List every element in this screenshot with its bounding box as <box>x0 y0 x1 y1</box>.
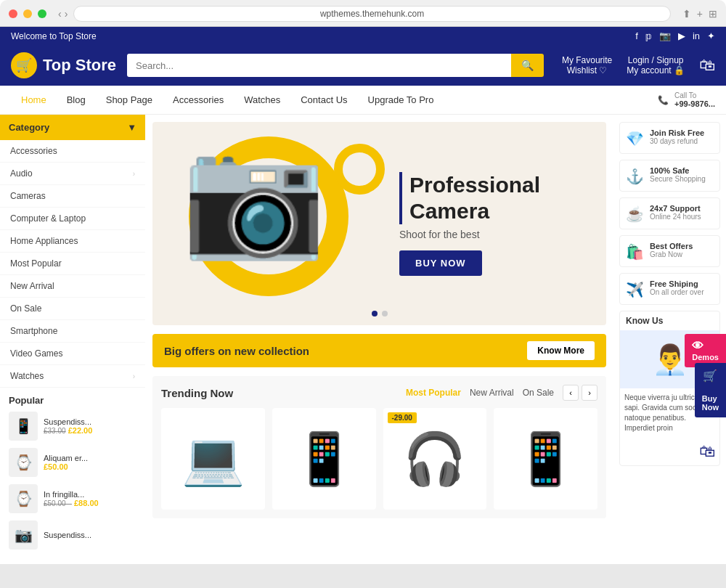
category-item[interactable]: Video Games <box>0 343 145 365</box>
top-bar: Welcome to Top Store f 𝕡 📷 ▶ in ✦ <box>0 27 726 45</box>
category-item[interactable]: New Arrival <box>0 275 145 298</box>
popular-item[interactable]: 📱 Suspendiss... £33.00 £22.00 <box>9 412 136 441</box>
search-button[interactable]: 🔍 <box>511 54 544 77</box>
search-input[interactable] <box>127 54 511 77</box>
popular-item-name: In fringilla... <box>44 490 99 499</box>
tl-green <box>38 9 46 18</box>
popular-item-info: Aliquam er... £50.00 <box>44 454 88 471</box>
category-toggle-icon: ▼ <box>127 122 136 133</box>
category-item[interactable]: Audio› <box>0 163 145 185</box>
trend-next-button[interactable]: › <box>582 385 597 401</box>
category-item[interactable]: Computer & Laptop <box>0 208 145 230</box>
category-item[interactable]: Smartphone <box>0 320 145 343</box>
side-widget: ☕ 24x7 Support Online 24 hours <box>619 197 720 229</box>
trend-prev-button[interactable]: ‹ <box>563 385 579 401</box>
category-item[interactable]: Watches› <box>0 365 145 388</box>
category-list: AccessoriesAudio›CamerasComputer & Lapto… <box>0 140 145 388</box>
nav-links: Home Blog Shop Page Accessories Watches … <box>11 86 444 114</box>
search-bar: 🔍 <box>127 54 544 77</box>
popular-item-name: Aliquam er... <box>44 454 88 462</box>
dot-1[interactable] <box>372 311 378 317</box>
navigation: Home Blog Shop Page Accessories Watches … <box>0 86 726 115</box>
product-card[interactable]: 📱 <box>494 408 597 510</box>
side-widget-title: 100% Safe <box>650 166 706 175</box>
category-item[interactable]: Most Popular <box>0 253 145 275</box>
favourite-label: My Favourite <box>562 55 612 65</box>
side-widget: 💎 Join Risk Free 30 days refund <box>619 122 720 154</box>
content-area: 📷 Professional Camera Shoot for the best… <box>145 115 613 564</box>
banner: Big offers on new collection Know More <box>152 334 606 367</box>
category-item[interactable]: On Sale <box>0 298 145 320</box>
header: 🛒 Top Store 🔍 My Favourite Wishlist ♡ Lo… <box>0 45 726 86</box>
side-widget-icon: ⚓ <box>626 168 644 185</box>
side-widget: 🛍️ Best Offers Grab Now <box>619 235 720 267</box>
back-button[interactable]: ‹ <box>58 8 62 20</box>
popular-item-info: Suspendiss... <box>44 531 91 539</box>
popular-item[interactable]: ⌚ Aliquam er... £50.00 <box>9 448 136 477</box>
pinterest-icon[interactable]: 𝕡 <box>645 30 652 41</box>
nav-home[interactable]: Home <box>11 86 57 114</box>
welcome-text: Welcome to Top Store <box>11 31 97 41</box>
product-card[interactable]: 📱 <box>272 408 376 510</box>
product-card[interactable]: -29.00 🎧 <box>383 408 487 510</box>
right-widgets: 💎 Join Risk Free 30 days refund ⚓ 100% S… <box>619 122 720 305</box>
star-icon[interactable]: ✦ <box>707 30 715 41</box>
nav-upgrade[interactable]: Upgrade To Pro <box>358 86 444 114</box>
trending-title: Trending Now <box>161 387 233 399</box>
browser-actions: ⬆+⊞ <box>682 8 717 20</box>
popular-item[interactable]: 📷 Suspendiss... <box>9 520 136 550</box>
know-us-bag-icon[interactable]: 🛍 <box>699 442 715 460</box>
hero-camera-image: 📷 <box>182 129 327 266</box>
popular-item-old-price: £50.00 – <box>44 499 72 507</box>
category-item[interactable]: Home Appliances <box>0 230 145 253</box>
nav-shop-page[interactable]: Shop Page <box>96 86 163 114</box>
category-header[interactable]: Category ▼ <box>0 115 145 140</box>
know-us-title: Know Us <box>620 311 719 330</box>
category-item[interactable]: Cameras <box>0 185 145 208</box>
tl-red <box>9 9 17 18</box>
youtube-icon[interactable]: ▶ <box>678 30 685 41</box>
dot-2[interactable] <box>382 311 388 317</box>
hero-buy-button[interactable]: BUY NOW <box>399 250 482 276</box>
tab-most-popular[interactable]: Most Popular <box>406 388 461 398</box>
cart-button[interactable]: 🛍 <box>699 56 715 75</box>
product-card[interactable]: 💻 <box>161 408 265 510</box>
product-image: 💻 <box>182 429 245 489</box>
side-widget: ✈️ Free Shiping On all order over <box>619 273 720 305</box>
popular-item-image: 📱 <box>9 412 38 441</box>
nav-blog[interactable]: Blog <box>57 86 96 114</box>
facebook-icon[interactable]: f <box>635 30 638 41</box>
side-widget-subtitle: On all order over <box>650 288 703 296</box>
popular-item-sale-price: £88.00 <box>74 499 99 507</box>
popular-list: 📱 Suspendiss... £33.00 £22.00 ⌚ Aliquam … <box>9 412 136 550</box>
popular-section: Popular 📱 Suspendiss... £33.00 £22.00 ⌚ … <box>0 388 145 550</box>
side-widget-icon: 💎 <box>626 130 644 147</box>
logo-icon: 🛒 <box>11 52 37 78</box>
side-widget-title: Free Shiping <box>650 279 703 288</box>
nav-watches[interactable]: Watches <box>234 86 290 114</box>
know-more-button[interactable]: Know More <box>527 341 595 360</box>
social-links: f 𝕡 📷 ▶ in ✦ <box>635 30 715 41</box>
tab-on-sale[interactable]: On Sale <box>523 388 554 398</box>
favourite-link[interactable]: My Favourite Wishlist ♡ <box>562 55 612 75</box>
trending-products: 💻 📱 -29.00 🎧 📱 <box>161 408 597 510</box>
header-right: My Favourite Wishlist ♡ Login / Signup M… <box>562 55 715 75</box>
product-image: 📱 <box>514 429 577 489</box>
address-bar[interactable]: wpthemes.themehunk.com <box>73 6 670 22</box>
side-widget-subtitle: Grab Now <box>650 250 693 258</box>
linkedin-icon[interactable]: in <box>693 30 700 41</box>
popular-item[interactable]: ⌚ In fringilla... £50.00 – £88.00 <box>9 484 136 513</box>
buy-now-float-button[interactable]: 🛒 Buy Now <box>695 363 726 417</box>
popular-item-name: Suspendiss... <box>44 417 92 426</box>
tl-yellow <box>23 9 32 18</box>
forward-button[interactable]: › <box>65 8 68 20</box>
account-link[interactable]: Login / Signup My account 🔒 <box>627 55 685 75</box>
popular-item-image: 📷 <box>9 520 38 550</box>
nav-contact[interactable]: Contact Us <box>290 86 357 114</box>
wishlist-label: Wishlist ♡ <box>562 65 612 75</box>
logo[interactable]: 🛒 Top Store <box>11 52 116 78</box>
nav-accessories[interactable]: Accessories <box>163 86 234 114</box>
instagram-icon[interactable]: 📷 <box>659 30 671 41</box>
tab-new-arrival[interactable]: New Arrival <box>470 388 514 398</box>
category-item[interactable]: Accessories <box>0 140 145 163</box>
